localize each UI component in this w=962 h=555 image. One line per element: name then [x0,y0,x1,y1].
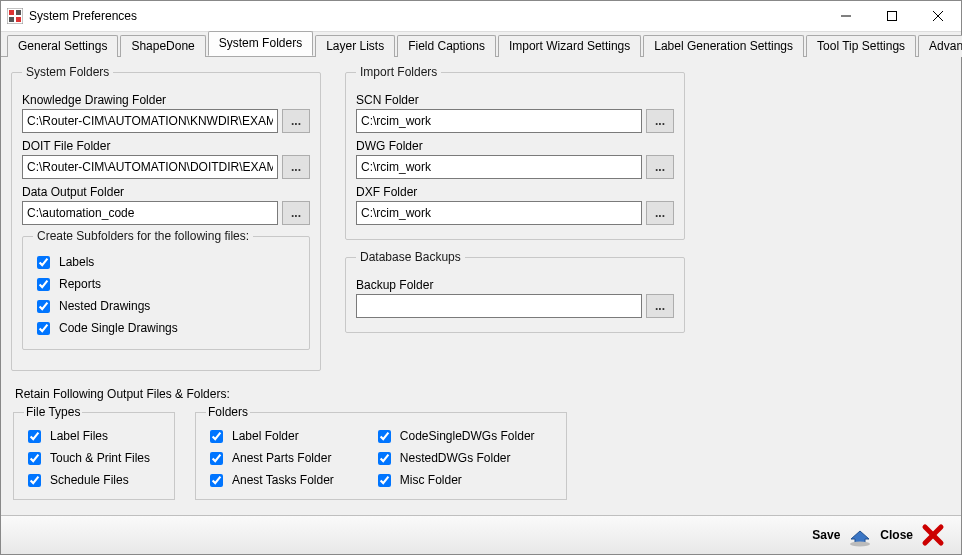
window-buttons [823,1,961,31]
dwg-folder-browse-button[interactable]: ... [646,155,674,179]
chk-subfolder-code-single-drawings-label: Code Single Drawings [59,321,178,335]
tab-field-captions[interactable]: Field Captions [397,35,496,57]
save-icon [847,522,873,548]
label-data-output-folder: Data Output Folder [22,185,310,199]
backup-folder-browse-button[interactable]: ... [646,294,674,318]
chk-label-files-label: Label Files [50,429,108,443]
label-doit-folder: DOIT File Folder [22,139,310,153]
group-create-subfolders: Create Subfolders for the following file… [22,229,310,350]
knowledge-folder-browse-button[interactable]: ... [282,109,310,133]
scn-folder-browse-button[interactable]: ... [646,109,674,133]
save-button-label: Save [812,528,840,542]
chk-label-folder[interactable] [210,430,223,443]
chk-subfolder-labels[interactable] [37,256,50,269]
chk-schedule-files-label: Schedule Files [50,473,129,487]
chk-schedule-files[interactable] [28,474,41,487]
bottom-bar: Save Close [1,515,961,554]
tab-system-folders[interactable]: System Folders [208,31,313,56]
data-output-folder-browse-button[interactable]: ... [282,201,310,225]
tab-label-generation-settings[interactable]: Label Generation Settings [643,35,804,57]
chk-codesingledwgs-folder-label: CodeSingleDWGs Folder [400,429,535,443]
chk-nesteddwgs-folder[interactable] [378,452,391,465]
chk-anest-parts-folder[interactable] [210,452,223,465]
tab-import-wizard-settings[interactable]: Import Wizard Settings [498,35,641,57]
svg-point-9 [850,542,870,547]
group-import-folders: Import Folders SCN Folder ... DWG Folder… [345,65,685,240]
chk-misc-folder[interactable] [378,474,391,487]
legend-import-folders: Import Folders [356,65,441,79]
legend-database-backups: Database Backups [356,250,465,264]
legend-folders: Folders [206,405,250,419]
chk-label-folder-label: Label Folder [232,429,299,443]
retain-title: Retain Following Output Files & Folders: [15,387,951,401]
titlebar: System Preferences [1,1,961,32]
legend-system-folders: System Folders [22,65,113,79]
save-button[interactable] [846,521,874,549]
backup-folder-input[interactable] [356,294,642,318]
label-backup-folder: Backup Folder [356,278,674,292]
svg-rect-6 [888,12,897,21]
tabpanel-system-folders: System Folders Knowledge Drawing Folder … [1,57,961,515]
label-knowledge-folder: Knowledge Drawing Folder [22,93,310,107]
close-icon [921,523,945,547]
chk-subfolder-reports-label: Reports [59,277,101,291]
group-system-folders: System Folders Knowledge Drawing Folder … [11,65,321,371]
dxf-folder-input[interactable] [356,201,642,225]
close-button-label: Close [880,528,913,542]
chk-anest-parts-folder-label: Anest Parts Folder [232,451,331,465]
chk-subfolder-code-single-drawings[interactable] [37,322,50,335]
group-database-backups: Database Backups Backup Folder ... [345,250,685,333]
dwg-folder-input[interactable] [356,155,642,179]
svg-rect-2 [16,10,21,15]
legend-create-subfolders: Create Subfolders for the following file… [33,229,253,243]
legend-file-types: File Types [24,405,82,419]
window-title: System Preferences [29,1,137,31]
tab-tool-tip-settings[interactable]: Tool Tip Settings [806,35,916,57]
group-folders: Folders Label Folder Anest Parts Folder … [195,405,567,500]
chk-codesingledwgs-folder[interactable] [378,430,391,443]
svg-rect-1 [9,10,14,15]
label-dwg-folder: DWG Folder [356,139,674,153]
doit-folder-browse-button[interactable]: ... [282,155,310,179]
chk-anest-tasks-folder[interactable] [210,474,223,487]
close-button[interactable] [919,521,947,549]
label-scn-folder: SCN Folder [356,93,674,107]
chk-subfolder-nested-drawings-label: Nested Drawings [59,299,150,313]
tab-layer-lists[interactable]: Layer Lists [315,35,395,57]
chk-subfolder-nested-drawings[interactable] [37,300,50,313]
chk-touch-print-files[interactable] [28,452,41,465]
chk-label-files[interactable] [28,430,41,443]
dxf-folder-browse-button[interactable]: ... [646,201,674,225]
tab-general-settings[interactable]: General Settings [7,35,118,57]
data-output-folder-input[interactable] [22,201,278,225]
chk-nesteddwgs-folder-label: NestedDWGs Folder [400,451,511,465]
chk-anest-tasks-folder-label: Anest Tasks Folder [232,473,334,487]
group-file-types: File Types Label Files Touch & Print Fil… [13,405,175,500]
chk-subfolder-labels-label: Labels [59,255,94,269]
chk-misc-folder-label: Misc Folder [400,473,462,487]
scn-folder-input[interactable] [356,109,642,133]
close-window-button[interactable] [915,1,961,31]
knowledge-folder-input[interactable] [22,109,278,133]
maximize-button[interactable] [869,1,915,31]
chk-subfolder-reports[interactable] [37,278,50,291]
window: System Preferences General Settings Shap… [0,0,962,555]
minimize-button[interactable] [823,1,869,31]
tabstrip: General Settings ShapeDone System Folder… [1,32,961,57]
app-icon [7,8,23,24]
tab-shapedone[interactable]: ShapeDone [120,35,205,57]
label-dxf-folder: DXF Folder [356,185,674,199]
doit-folder-input[interactable] [22,155,278,179]
retain-section: Retain Following Output Files & Folders:… [11,387,951,500]
svg-rect-4 [16,17,21,22]
tab-advanced-settings[interactable]: Advanced Settings [918,35,962,57]
svg-rect-3 [9,17,14,22]
chk-touch-print-files-label: Touch & Print Files [50,451,150,465]
